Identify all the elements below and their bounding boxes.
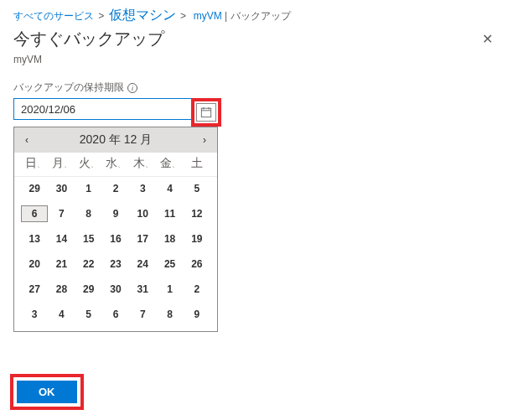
- calendar-day[interactable]: 6: [21, 205, 48, 222]
- calendar-day[interactable]: 1: [75, 180, 102, 197]
- calendar-dow: 土: [184, 156, 210, 171]
- calendar-dow-row: 日、月、火、水、木、金、土: [14, 153, 217, 177]
- calendar-day[interactable]: 14: [48, 231, 75, 247]
- calendar-day[interactable]: 25: [156, 256, 183, 272]
- retain-date-input[interactable]: [13, 98, 192, 120]
- calendar-popup: ‹ 2020 年 12 月 › 日、月、火、水、木、金、土 2930123456…: [13, 127, 218, 332]
- calendar-day[interactable]: 8: [156, 306, 183, 323]
- calendar-button[interactable]: [196, 103, 216, 122]
- retain-label-text: バックアップの保持期限: [13, 80, 124, 95]
- calendar-day[interactable]: 2: [102, 180, 129, 197]
- calendar-day[interactable]: 10: [129, 205, 156, 222]
- calendar-day[interactable]: 29: [21, 180, 48, 197]
- calendar-day[interactable]: 26: [184, 256, 210, 272]
- breadcrumb: すべてのサービス > 仮想マシン > myVM | バックアップ: [0, 0, 513, 26]
- calendar-day[interactable]: 9: [102, 205, 129, 222]
- calendar-day[interactable]: 28: [48, 281, 75, 298]
- breadcrumb-sep: >: [98, 10, 104, 22]
- page-title: 今すぐバックアップ: [13, 28, 164, 50]
- calendar-day[interactable]: 18: [156, 231, 183, 247]
- calendar-day[interactable]: 27: [21, 281, 48, 298]
- ok-button[interactable]: OK: [17, 381, 77, 403]
- calendar-month-title[interactable]: 2020 年 12 月: [80, 132, 152, 148]
- calendar-day[interactable]: 3: [129, 180, 156, 197]
- calendar-day[interactable]: 3: [21, 306, 48, 323]
- calendar-dow: 月、: [48, 156, 75, 171]
- calendar-dow: 水、: [102, 156, 129, 171]
- calendar-day[interactable]: 2: [184, 281, 210, 298]
- close-button[interactable]: ✕: [475, 28, 500, 50]
- calendar-day[interactable]: 30: [102, 281, 129, 298]
- calendar-day[interactable]: 7: [48, 205, 75, 222]
- calendar-grid: 2930123456789101112131415161718192021222…: [14, 177, 217, 331]
- calendar-day[interactable]: 16: [102, 231, 129, 247]
- info-icon[interactable]: i: [127, 83, 137, 93]
- retain-until-label: バックアップの保持期限 i: [0, 80, 513, 98]
- calendar-day[interactable]: 17: [129, 231, 156, 247]
- svg-rect-0: [201, 108, 210, 117]
- calendar-day[interactable]: 1: [156, 281, 183, 298]
- calendar-icon: [200, 106, 212, 118]
- breadcrumb-vm-name[interactable]: myVM: [194, 10, 222, 22]
- calendar-day[interactable]: 20: [21, 256, 48, 272]
- vm-subtitle: myVM: [0, 54, 513, 80]
- breadcrumb-vm-list[interactable]: 仮想マシン: [109, 8, 176, 22]
- calendar-dow: 日、: [21, 156, 48, 171]
- calendar-day[interactable]: 30: [48, 180, 75, 197]
- calendar-day[interactable]: 5: [184, 180, 210, 197]
- calendar-day[interactable]: 4: [48, 306, 75, 323]
- calendar-day[interactable]: 11: [156, 205, 183, 222]
- calendar-dow: 金、: [156, 156, 183, 171]
- calendar-day[interactable]: 13: [21, 231, 48, 247]
- calendar-day[interactable]: 12: [184, 205, 210, 222]
- calendar-day[interactable]: 15: [75, 231, 102, 247]
- calendar-day[interactable]: 4: [156, 180, 183, 197]
- calendar-dow: 火、: [75, 156, 102, 171]
- breadcrumb-sep: >: [180, 10, 186, 22]
- calendar-day[interactable]: 19: [184, 231, 210, 247]
- calendar-day[interactable]: 5: [75, 306, 102, 323]
- calendar-day[interactable]: 24: [129, 256, 156, 272]
- calendar-day[interactable]: 21: [48, 256, 75, 272]
- calendar-day[interactable]: 23: [102, 256, 129, 272]
- breadcrumb-page: バックアップ: [231, 10, 291, 22]
- calendar-day[interactable]: 6: [102, 306, 129, 323]
- calendar-day[interactable]: 31: [129, 281, 156, 298]
- calendar-button-highlight: [191, 98, 221, 127]
- calendar-day[interactable]: 8: [75, 205, 102, 222]
- calendar-day[interactable]: 29: [75, 281, 102, 298]
- calendar-day[interactable]: 22: [75, 256, 102, 272]
- calendar-dow: 木、: [129, 156, 156, 171]
- ok-button-highlight: OK: [10, 374, 84, 410]
- calendar-next-month[interactable]: ›: [192, 134, 217, 146]
- breadcrumb-all-services[interactable]: すべてのサービス: [13, 10, 94, 22]
- calendar-day[interactable]: 7: [129, 306, 156, 323]
- calendar-day[interactable]: 9: [184, 306, 210, 323]
- calendar-prev-month[interactable]: ‹: [14, 134, 39, 146]
